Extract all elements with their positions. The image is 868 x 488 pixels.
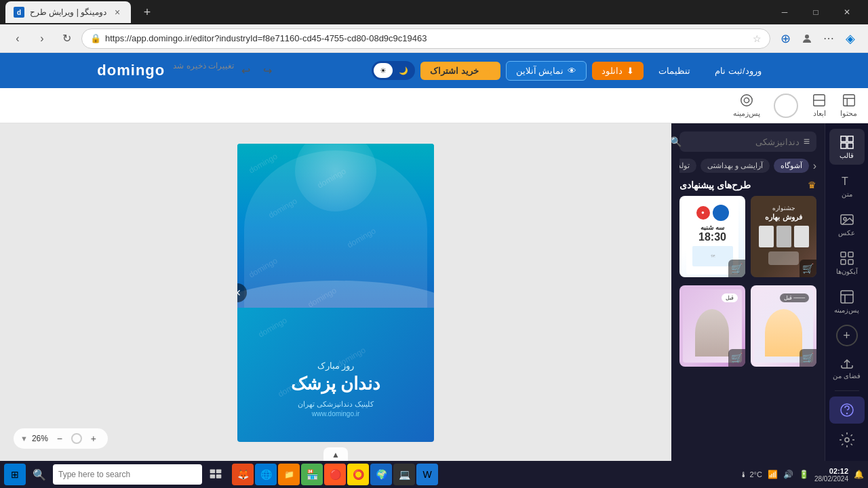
- template-3-cart: 🛒: [728, 349, 745, 367]
- template-card-2[interactable]: جشنواره فروش بهاره 🛒: [751, 196, 816, 277]
- taskbar-volume-icon[interactable]: 🔊: [783, 470, 793, 479]
- icon-panel-icons[interactable]: آیکون‌ها: [829, 245, 865, 281]
- url-input[interactable]: [105, 33, 749, 43]
- profile-icon[interactable]: [797, 29, 816, 48]
- icon-panel-divider: [835, 390, 859, 391]
- toolbar-dimensions[interactable]: ابعاد: [812, 93, 827, 118]
- star-icon: ☆: [753, 33, 762, 44]
- icon-panel-add-button[interactable]: +: [836, 325, 858, 346]
- maximize-button[interactable]: □: [800, 0, 831, 24]
- taskbar-app-browser2[interactable]: 🌍: [370, 464, 392, 485]
- right-panel: ≡ 🔍 ‹ آشوگاه آرایشی و بهداشتی تولد شی ♛ …: [671, 123, 868, 462]
- taskbar-network-icon[interactable]: 📶: [768, 470, 778, 479]
- icon-panel-settings[interactable]: [829, 426, 865, 453]
- icon-panel-text[interactable]: T متن: [829, 167, 865, 203]
- undo-button[interactable]: ↩: [237, 61, 256, 80]
- start-button[interactable]: ⊞: [4, 464, 26, 485]
- zoom-out-button[interactable]: −: [52, 431, 67, 446]
- toolbar: محتوا ابعاد پس‌زمینه: [0, 88, 868, 123]
- search-input[interactable]: [686, 137, 800, 147]
- download-button[interactable]: ⬇ دانلود: [592, 62, 644, 80]
- more-icon[interactable]: ⋯: [819, 29, 838, 48]
- redo-button[interactable]: ↪: [258, 61, 277, 80]
- light-mode-option[interactable]: ☀: [374, 63, 393, 78]
- taskbar-search-bar[interactable]: [53, 464, 202, 485]
- taskbar-battery-icon[interactable]: 🔋: [799, 470, 809, 479]
- title-bar: d دومینگو | ویرایش طرح × + ─ □ ✕: [0, 0, 868, 24]
- settings-button[interactable]: تنظیمات: [649, 62, 700, 80]
- toolbar-background[interactable]: پس‌زمینه: [733, 93, 760, 118]
- search-icon[interactable]: 🔍: [671, 136, 682, 147]
- svg-rect-19: [841, 291, 853, 303]
- svg-text:T: T: [842, 176, 848, 187]
- template-2-cart: 🛒: [800, 260, 816, 277]
- category-tabs: ‹ آشوگاه آرایشی و بهداشتی تولد شی: [679, 159, 816, 173]
- buy-button[interactable]: ♛ خرید اشتراک: [420, 62, 500, 80]
- taskbar-app-files[interactable]: 📁: [278, 464, 300, 485]
- new-tab-button[interactable]: +: [139, 4, 155, 20]
- taskbar-app-2[interactable]: ⭕: [347, 464, 369, 485]
- eye-icon: 👁: [568, 66, 576, 76]
- icon-panel-photo-label: عکس: [838, 229, 855, 237]
- download-icon: ⬇: [627, 66, 634, 76]
- edge-icon[interactable]: ◈: [841, 29, 860, 48]
- icon-panel-ai[interactable]: [829, 396, 865, 424]
- taskbar-multidesktop[interactable]: [205, 464, 226, 485]
- zoom-circle: [71, 433, 82, 444]
- svg-rect-26: [210, 474, 216, 479]
- show-label: نمایش آنلاین: [516, 66, 564, 76]
- taskbar-app-firefox[interactable]: 🦊: [232, 464, 254, 485]
- category-tab-birthday[interactable]: تولد: [679, 159, 696, 173]
- filter-icon[interactable]: ≡: [804, 136, 810, 148]
- taskbar-app-word[interactable]: W: [416, 464, 438, 485]
- tab-close-button[interactable]: ×: [112, 7, 123, 18]
- canvas-area: domingo domingo domingo domingo domingo …: [0, 123, 671, 462]
- show-online-button[interactable]: 👁 نمایش آنلاین: [506, 61, 587, 81]
- refresh-button[interactable]: ↻: [57, 29, 76, 48]
- taskbar-app-store[interactable]: 🏪: [301, 464, 323, 485]
- icon-panel: قالب T متن عکس آیکون‌ها پس‌زمینه: [825, 123, 868, 462]
- taskbar-app-chrome[interactable]: 🔴: [324, 464, 346, 485]
- download-label: دانلود: [601, 66, 623, 76]
- svg-rect-24: [210, 470, 216, 474]
- app-header: ورود/ثبت نام تنظیمات ⬇ دانلود 👁 نمایش آن…: [0, 53, 868, 88]
- template-card-4[interactable]: ─── قبل 🛒: [751, 285, 816, 367]
- forward-button[interactable]: ›: [33, 29, 52, 48]
- category-tab-beauty[interactable]: آرایشی و بهداشتی: [701, 159, 770, 173]
- toolbar-content[interactable]: محتوا: [840, 93, 857, 118]
- taskbar-search-input[interactable]: [58, 470, 197, 479]
- taskbar-app-terminal[interactable]: 💻: [393, 464, 415, 485]
- icon-panel-upload[interactable]: فضای من: [829, 349, 865, 385]
- taskbar-notification-icon[interactable]: 🔔: [854, 470, 864, 479]
- zoom-in-button[interactable]: +: [86, 431, 101, 446]
- zoom-percent: 26%: [32, 434, 48, 443]
- template-card-3[interactable]: قبل 🛒: [679, 285, 745, 367]
- section-title: طرح‌های پیشنهادی: [679, 180, 751, 190]
- cart-icon-4: 🛒: [802, 352, 814, 363]
- design-canvas[interactable]: domingo domingo domingo domingo domingo …: [237, 144, 434, 442]
- close-button[interactable]: ✕: [831, 0, 863, 24]
- login-button[interactable]: ورود/ثبت نام: [705, 62, 770, 80]
- back-button[interactable]: ‹: [8, 29, 27, 48]
- icon-panel-template[interactable]: قالب: [829, 129, 865, 165]
- minimize-button[interactable]: ─: [769, 0, 800, 24]
- category-tab-gallery[interactable]: آشوگاه: [774, 159, 809, 173]
- dark-mode-option[interactable]: 🌙: [394, 63, 413, 78]
- zoom-dropdown-icon[interactable]: ▼: [20, 434, 28, 443]
- taskbar-app-edge[interactable]: 🌐: [255, 464, 277, 485]
- taskbar-search-icon[interactable]: 🔍: [28, 464, 50, 485]
- background-circle[interactable]: [774, 94, 798, 118]
- icon-panel-background[interactable]: پس‌زمینه: [829, 283, 865, 319]
- template-card-1[interactable]: ● سه شنبه 18:30 🗺 🛒: [679, 196, 745, 277]
- taskbar-weather: 🌡 2°C: [740, 470, 762, 479]
- extensions-icon[interactable]: ⊕: [776, 29, 795, 48]
- address-bar[interactable]: 🔒 ☆: [81, 28, 770, 49]
- theme-toggle[interactable]: 🌙 ☀: [372, 61, 415, 80]
- section-header: ♛ طرح‌های پیشنهادی: [679, 180, 816, 190]
- browser-tab[interactable]: d دومینگو | ویرایش طرح ×: [5, 1, 131, 23]
- svg-rect-17: [841, 260, 846, 264]
- icon-panel-photo[interactable]: عکس: [829, 206, 865, 242]
- canvas-up-button[interactable]: ▲: [323, 447, 348, 462]
- category-back-button[interactable]: ‹: [813, 159, 816, 173]
- design-website-text: www.domingo.ir: [291, 410, 380, 418]
